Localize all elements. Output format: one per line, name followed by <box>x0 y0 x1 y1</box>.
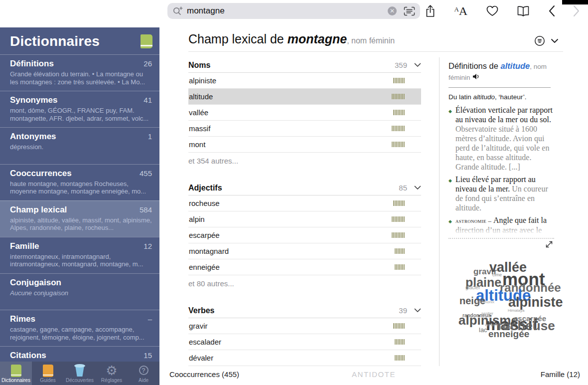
frequency-bars <box>393 323 405 329</box>
word-row[interactable]: mont <box>188 137 421 153</box>
section-count: 85 <box>399 184 407 192</box>
cloud-word[interactable]: alpiniste <box>508 296 563 309</box>
cloud-word[interactable]: Chamonix <box>476 300 494 304</box>
sense-text: Élévation verticale par rapport au nivea… <box>455 106 553 124</box>
tab-label: Guides <box>40 378 56 383</box>
sidebar-item-label: Synonymes <box>10 95 57 105</box>
section-chevron-icon[interactable] <box>414 308 421 313</box>
section-chevron-icon[interactable] <box>414 186 421 190</box>
sidebar-item-famille[interactable]: Famille 12 intermontagneux, intramontagn… <box>0 237 159 273</box>
sidebar-item-preview: intermontagneux, intramontagnard, intram… <box>10 253 152 268</box>
clear-search-icon[interactable]: ✕ <box>388 6 397 15</box>
tab-bar: Dictionnaires Guides Découvertes ⚙ Régla… <box>0 362 159 385</box>
more-words-link[interactable]: et 354 autres... <box>188 153 421 169</box>
word-row[interactable]: altitude <box>188 89 421 105</box>
tab-dictionnaires[interactable]: Dictionnaires <box>0 362 32 385</box>
section-header[interactable]: Adjectifs 85 <box>188 181 421 195</box>
section-count: 359 <box>395 61 407 69</box>
section-header[interactable]: Noms 359 <box>188 58 421 73</box>
tab-decouvertes[interactable]: Découvertes <box>64 362 96 385</box>
text-size-icon[interactable]: AA <box>454 4 467 18</box>
sidebar-item-count: 26 <box>144 59 152 68</box>
main-area: ✕ AA Champ lexical de montagne, nom fémi… <box>159 0 588 385</box>
sidebar-header: Dictionnaires <box>0 27 159 54</box>
green-book-icon <box>141 34 152 48</box>
word-label: vallée <box>188 108 208 117</box>
sidebar-item-rimes[interactable]: Rimes – castagne, gagne, campagne, accom… <box>0 310 159 346</box>
expand-panel-icon[interactable] <box>544 239 554 251</box>
word-row[interactable]: escarpée <box>188 227 421 243</box>
sidebar-item-synonymes[interactable]: Synonymes 41 mont, dôme, GÉOGR., FRANCE … <box>0 91 159 127</box>
definition-sense: Lieu élevé par rapport au niveau de la m… <box>448 175 555 212</box>
tab-label: Découvertes <box>66 378 94 383</box>
frequency-bars <box>395 355 405 361</box>
tab-aide[interactable]: ? Aide <box>128 362 159 385</box>
sidebar-item-cooccurrences[interactable]: Cooccurrences 455 haute montagne, montag… <box>0 164 159 200</box>
word-row[interactable]: gravir <box>188 318 421 334</box>
word-label: gravir <box>188 322 208 330</box>
word-label: mont <box>188 140 205 149</box>
more-words-link[interactable]: et 80 autres... <box>188 275 421 291</box>
sidebar-item-label: Conjugaison <box>10 278 61 288</box>
section-chevron-icon[interactable] <box>414 63 421 67</box>
sidebar-item-preview: haute montagne, montagnes Rocheuses, moy… <box>10 180 152 195</box>
tab-guides[interactable]: Guides <box>32 362 64 385</box>
tab-label: Dictionnaires <box>1 378 30 383</box>
sidebar-item-definitions[interactable]: Définitions 26 Grande élévation du terra… <box>0 54 159 91</box>
scan-text-icon[interactable] <box>404 6 415 16</box>
next-section-link[interactable]: Famille (12) <box>541 370 580 379</box>
word-row[interactable]: rocheuse <box>188 195 421 211</box>
word-cloud: gravirvalléecimeplainemontrandonnéeglaci… <box>448 258 588 351</box>
section-header[interactable]: Verbes 39 <box>188 303 421 318</box>
word-label: altitude <box>188 92 213 101</box>
sidebar-item-count: 15 <box>144 351 152 360</box>
title-divider <box>188 51 563 52</box>
title-actions <box>534 35 559 46</box>
defined-word[interactable]: altitude <box>501 61 530 70</box>
word-label: rocheuse <box>188 199 220 207</box>
sidebar-item-conjugaison[interactable]: Conjugaison Aucune conjugaison <box>0 273 159 302</box>
word-row[interactable]: massif <box>188 121 421 137</box>
guides-icon <box>43 365 53 377</box>
cloud-word[interactable]: Himalaya <box>508 309 524 313</box>
search-input[interactable] <box>187 6 388 16</box>
frequency-bars <box>392 126 405 131</box>
word-row[interactable]: montagnard <box>188 243 421 259</box>
sidebar-item-label: Antonymes <box>10 132 56 142</box>
sidebar-item-antonymes[interactable]: Antonymes 1 dépression. <box>0 127 159 156</box>
word-label: alpiniste <box>188 76 216 85</box>
word-row[interactable]: dévaler <box>188 350 421 366</box>
sidebar-item-label: Champ lexical <box>10 205 67 215</box>
favorites-heart-icon[interactable] <box>486 5 499 17</box>
collapse-chevron-icon[interactable] <box>551 38 559 43</box>
forward-chevron-icon[interactable] <box>573 5 580 17</box>
back-chevron-icon[interactable] <box>548 5 555 17</box>
cloud-word[interactable]: enneigée <box>488 329 529 339</box>
dictionnaires-icon <box>11 365 21 377</box>
word-row[interactable]: vallée <box>188 105 421 121</box>
search-bar[interactable]: ✕ <box>167 3 420 19</box>
tab-reglages[interactable]: ⚙ Réglages <box>96 362 128 385</box>
word-row[interactable]: alpiniste <box>188 73 421 89</box>
word-row[interactable]: escalader <box>188 334 421 350</box>
section-rows: rocheuse alpin escarpée montagnard ennei… <box>188 195 421 275</box>
word-row[interactable]: enneigée <box>188 259 421 275</box>
display-options-icon[interactable] <box>534 35 545 46</box>
sidebar-item-count: 41 <box>144 96 152 104</box>
sidebar-items: Définitions 26 Grande élévation du terra… <box>0 54 159 362</box>
bookmarks-book-icon[interactable] <box>517 5 530 17</box>
tab-label: Aide <box>139 378 148 383</box>
word-label: massif <box>188 124 210 133</box>
etymology: Du latin altitudo, ‘hauteur’. <box>448 93 555 101</box>
pronunciation-speaker-icon[interactable] <box>472 73 480 80</box>
cloud-word[interactable]: lac <box>479 327 487 333</box>
share-icon[interactable] <box>425 4 436 17</box>
frequency-bars <box>392 232 405 238</box>
word-row[interactable]: alpin <box>188 211 421 227</box>
frequency-bars <box>395 248 405 254</box>
sidebar-item-count: 1 <box>148 132 152 141</box>
sidebar-group: Définitions 26 Grande élévation du terra… <box>0 54 159 156</box>
sidebar-item-citations[interactable]: Citations 15 ennemis se sont retirés sur… <box>0 346 159 362</box>
sidebar-item-champ-lexical[interactable]: Champ lexical 584 alpiniste, altitude, v… <box>0 200 159 237</box>
antidote-app: Dictionnaires Définitions 26 Grande élév… <box>0 0 588 385</box>
